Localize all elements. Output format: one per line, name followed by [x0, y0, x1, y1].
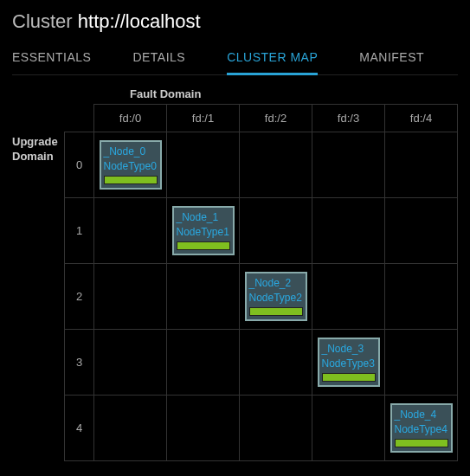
ud-header: 1 [65, 198, 94, 264]
ud-header: 4 [65, 396, 94, 461]
grid-cell [385, 330, 458, 396]
ud-header: 3 [65, 330, 94, 396]
title-host: http://localhost [78, 10, 201, 32]
node-type: NodeType0 [104, 159, 158, 173]
grid-cell [385, 264, 458, 330]
node-card[interactable]: _Node_2 NodeType2 [245, 272, 307, 320]
grid-corner [65, 105, 94, 132]
tab-details[interactable]: DETAILS [132, 45, 185, 74]
node-name: _Node_4 [395, 408, 448, 421]
node-name: _Node_2 [249, 276, 303, 290]
upgrade-domain-axis-label: Upgrade Domain [12, 135, 61, 164]
fd-header: fd:/0 [94, 105, 167, 132]
grid-cell [167, 330, 240, 396]
grid-cell [240, 198, 312, 264]
grid-cell: _Node_4 NodeType4 [385, 396, 458, 461]
cluster-map-grid: fd:/0 fd:/1 fd:/2 fd:/3 fd:/4 0 _Node_0 … [64, 104, 458, 461]
tab-cluster-map[interactable]: CLUSTER MAP [227, 45, 318, 75]
grid-cell [167, 396, 240, 461]
fault-domain-axis-label: Fault Domain [64, 87, 458, 104]
node-card[interactable]: _Node_1 NodeType1 [172, 206, 235, 254]
grid-cell [167, 264, 240, 330]
node-type: NodeType1 [177, 225, 230, 239]
node-name: _Node_1 [177, 210, 230, 224]
node-type: NodeType2 [249, 291, 303, 305]
ud-header: 0 [65, 132, 94, 198]
grid-cell [312, 396, 385, 461]
grid-cell [94, 198, 167, 264]
grid-cell [312, 198, 385, 264]
grid-cell [385, 132, 458, 198]
grid-cell [312, 132, 385, 198]
grid-cell [94, 330, 167, 396]
health-bar [249, 307, 303, 316]
node-name: _Node_0 [104, 145, 158, 158]
grid-cell [94, 264, 167, 330]
node-type: NodeType4 [395, 422, 448, 436]
grid-cell [312, 264, 385, 330]
ud-header: 2 [65, 264, 94, 330]
node-type: NodeType3 [322, 357, 376, 370]
tab-essentials[interactable]: ESSENTIALS [12, 45, 91, 74]
health-bar [104, 176, 158, 184]
node-card[interactable]: _Node_0 NodeType0 [100, 140, 162, 189]
grid-cell [240, 396, 312, 461]
grid-cell: _Node_2 NodeType2 [240, 264, 312, 330]
tab-manifest[interactable]: MANIFEST [359, 45, 424, 74]
grid-cell [240, 330, 312, 396]
health-bar [177, 241, 230, 250]
tab-bar: ESSENTIALS DETAILS CLUSTER MAP MANIFEST [12, 45, 458, 75]
grid-cell [94, 396, 167, 461]
node-card[interactable]: _Node_4 NodeType4 [390, 403, 453, 452]
grid-cell: _Node_3 NodeType3 [312, 330, 385, 396]
health-bar [322, 373, 376, 382]
grid-cell [385, 198, 458, 264]
fd-header: fd:/3 [312, 105, 385, 132]
node-name: _Node_3 [322, 342, 376, 356]
fd-header: fd:/2 [240, 105, 312, 132]
fd-header: fd:/4 [385, 105, 458, 132]
grid-cell: _Node_0 NodeType0 [94, 132, 167, 198]
grid-cell [240, 132, 312, 198]
node-card[interactable]: _Node_3 NodeType3 [318, 338, 380, 386]
page-title: Cluster http://localhost [12, 10, 458, 33]
health-bar [395, 439, 448, 447]
title-prefix: Cluster [12, 10, 73, 32]
grid-cell: _Node_1 NodeType1 [167, 198, 240, 264]
fd-header: fd:/1 [167, 105, 240, 132]
grid-cell [167, 132, 240, 198]
